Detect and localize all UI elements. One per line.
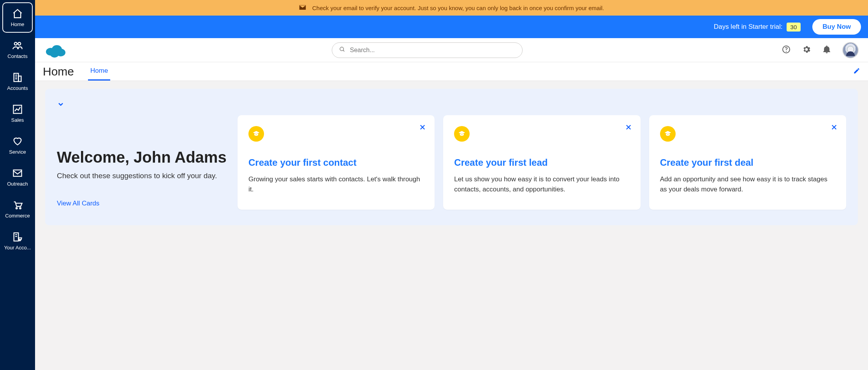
- trial-bar: Days left in Starter trial: 30 Buy Now: [35, 16, 868, 38]
- svg-point-13: [50, 51, 59, 58]
- welcome-panel: Welcome, John Adams Check out these sugg…: [45, 89, 858, 225]
- sidebar-item-label: Outreach: [7, 181, 28, 187]
- trial-label: Days left in Starter trial:: [714, 23, 783, 31]
- svg-point-6: [16, 207, 18, 209]
- page-title: Home: [43, 65, 74, 78]
- envelope-icon: [299, 5, 306, 11]
- svg-rect-3: [18, 76, 21, 81]
- card-title: Create your first deal: [660, 156, 835, 169]
- sidebar-item-label: Your Acco...: [4, 245, 31, 251]
- close-icon[interactable]: [831, 124, 838, 132]
- sidebar-item-home[interactable]: Home: [2, 2, 33, 33]
- graduation-cap-icon: [248, 126, 264, 142]
- sidebar-item-accounts[interactable]: Accounts: [2, 66, 33, 96]
- edit-page-button[interactable]: [853, 67, 860, 76]
- graduation-cap-icon: [454, 126, 470, 142]
- sidebar-item-commerce[interactable]: Commerce: [2, 194, 33, 224]
- home-icon: [12, 8, 23, 19]
- trial-days-remaining: 30: [787, 23, 801, 32]
- graduation-cap-icon: [660, 126, 676, 142]
- sidebar-item-outreach[interactable]: Outreach: [2, 162, 33, 192]
- page-header: Home Home: [35, 62, 868, 81]
- buy-now-button[interactable]: Buy Now: [812, 19, 861, 35]
- cart-icon: [12, 200, 23, 210]
- sidebar-item-your-account[interactable]: Your Acco...: [2, 226, 33, 256]
- verify-email-banner: Check your email to verify your account.…: [35, 0, 868, 16]
- building-icon: [12, 72, 23, 83]
- help-icon[interactable]: [782, 45, 791, 56]
- global-search[interactable]: [332, 42, 523, 58]
- svg-point-0: [14, 42, 17, 45]
- sidebar-item-sales[interactable]: Sales: [2, 98, 33, 128]
- header-actions: [782, 42, 859, 58]
- sidebar-item-service[interactable]: Service: [2, 130, 33, 160]
- search-icon: [339, 46, 345, 54]
- bell-icon[interactable]: [822, 45, 831, 56]
- sidebar-item-label: Sales: [11, 117, 24, 123]
- sidebar-item-label: Commerce: [5, 213, 30, 219]
- guidance-card-lead[interactable]: Create your first lead Let us show you h…: [443, 115, 640, 210]
- guidance-card-contact[interactable]: Create your first contact Growing your s…: [238, 115, 435, 210]
- avatar[interactable]: [842, 42, 859, 58]
- svg-point-14: [340, 47, 343, 51]
- chart-icon: [12, 104, 23, 115]
- card-body: Let us show you how easy it is to conver…: [454, 174, 629, 194]
- collapse-toggle[interactable]: [57, 100, 65, 110]
- svg-point-1: [18, 42, 21, 45]
- svg-rect-5: [14, 170, 22, 176]
- welcome-subtitle: Check out these suggestions to kick off …: [57, 172, 228, 180]
- card-body: Add an opportunity and see how easy it i…: [660, 174, 835, 194]
- guidance-card-deal[interactable]: Create your first deal Add an opportunit…: [649, 115, 846, 210]
- cards-row: Create your first contact Growing your s…: [238, 98, 846, 210]
- left-nav: Home Contacts Accounts Sales Service Out…: [0, 0, 35, 370]
- sidebar-item-label: Home: [11, 21, 25, 27]
- heart-icon: [12, 136, 23, 147]
- sidebar-item-label: Contacts: [7, 53, 27, 59]
- svg-point-7: [19, 207, 21, 209]
- app-header: [35, 38, 868, 62]
- gear-icon[interactable]: [802, 45, 811, 56]
- sidebar-item-label: Service: [9, 149, 26, 155]
- welcome-intro: Welcome, John Adams Check out these sugg…: [57, 98, 228, 210]
- card-title: Create your first lead: [454, 156, 629, 169]
- view-all-cards-link[interactable]: View All Cards: [57, 200, 99, 207]
- salesforce-logo-icon[interactable]: [44, 42, 66, 58]
- building-cart-icon: [12, 231, 23, 242]
- welcome-title: Welcome, John Adams: [57, 149, 228, 166]
- close-icon[interactable]: [419, 124, 426, 132]
- envelope-icon: [12, 168, 23, 179]
- search-input[interactable]: [350, 47, 515, 54]
- card-body: Growing your sales starts with contacts.…: [248, 174, 424, 194]
- content: Welcome, John Adams Check out these sugg…: [35, 81, 868, 370]
- sidebar-item-contacts[interactable]: Contacts: [2, 34, 33, 65]
- tab-home[interactable]: Home: [88, 62, 110, 81]
- card-title: Create your first contact: [248, 156, 424, 169]
- sidebar-item-label: Accounts: [7, 85, 28, 91]
- contacts-icon: [12, 40, 23, 51]
- main-area: Check your email to verify your account.…: [35, 0, 868, 370]
- close-icon[interactable]: [625, 124, 632, 132]
- search-container: [82, 42, 772, 58]
- banner-text: Check your email to verify your account.…: [312, 5, 604, 11]
